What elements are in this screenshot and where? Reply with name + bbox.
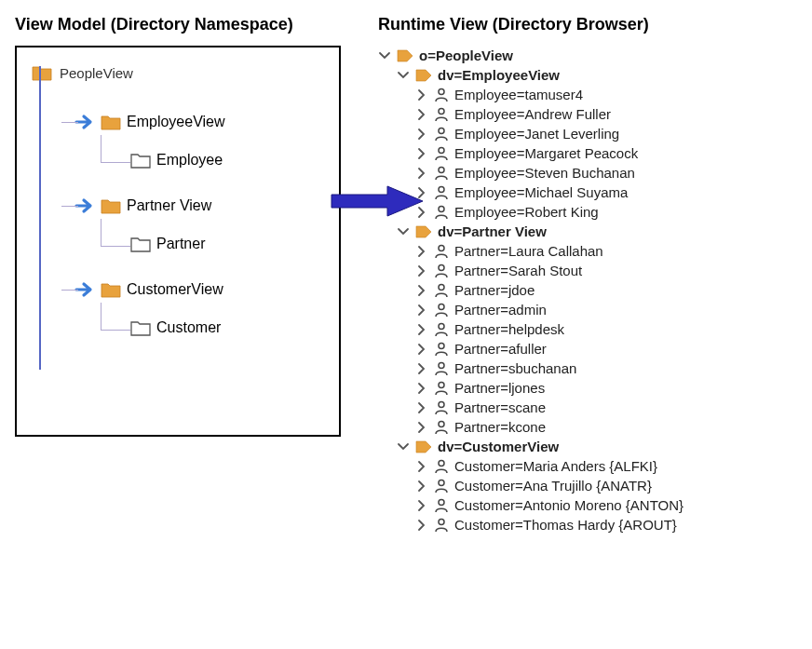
chevron-right-icon[interactable] (415, 519, 428, 532)
chevron-right-icon[interactable] (415, 362, 428, 375)
folder-outline-icon (130, 152, 151, 169)
model-subview: Partner ViewPartner (37, 169, 324, 252)
connector-elbow (101, 303, 130, 331)
person-icon (434, 264, 449, 278)
tree-leaf-node[interactable]: Employee=Margaret Peacock (378, 143, 797, 163)
model-subview-row: Partner View (73, 196, 324, 215)
tree-leaf-node[interactable]: Partner=Sarah Stout (378, 261, 797, 280)
chevron-right-icon[interactable] (415, 167, 428, 180)
model-root-label: PeopleView (60, 65, 133, 81)
model-leaf-label: Employee (156, 152, 223, 169)
chevron-right-icon[interactable] (415, 480, 428, 493)
tree-branch-label: dv=Partner View (438, 223, 547, 239)
tree-leaf-node[interactable]: Customer=Maria Anders {ALFKI} (378, 456, 797, 476)
tree-leaf-label: Partner=helpdesk (454, 321, 564, 337)
tree-leaf-label: Customer=Maria Anders {ALFKI} (454, 458, 657, 474)
chevron-right-icon[interactable] (415, 264, 428, 277)
chevron-right-icon[interactable] (415, 460, 428, 473)
tree-leaf-node[interactable]: Employee=Steven Buchanan (378, 163, 797, 183)
tree-leaf-node[interactable]: Partner=Laura Callahan (378, 241, 797, 261)
chevron-down-icon[interactable] (378, 49, 391, 62)
tree-leaf-node[interactable]: Employee=Andrew Fuller (378, 104, 797, 124)
person-icon (434, 244, 449, 259)
chevron-right-icon[interactable] (415, 382, 428, 395)
person-icon (434, 342, 449, 357)
model-subview-row: EmployeeView (73, 113, 324, 131)
tree-branch-node[interactable]: dv=CustomerView (378, 437, 797, 456)
person-icon (434, 107, 449, 122)
tree-leaf-node[interactable]: Employee=tamuser4 (378, 85, 797, 104)
tree-leaf-node[interactable]: Partner=ljones (378, 378, 797, 398)
person-icon (434, 166, 449, 181)
person-icon (434, 88, 449, 102)
tree-leaf-node[interactable]: Employee=Robert King (378, 202, 797, 222)
chevron-down-icon[interactable] (397, 440, 410, 453)
model-leaf-row: Employee (130, 152, 324, 169)
chevron-down-icon[interactable] (397, 225, 410, 238)
folder-outline-icon (130, 236, 151, 252)
chevron-right-icon[interactable] (415, 245, 428, 258)
person-icon (434, 459, 449, 474)
tree-leaf-label: Customer=Ana Trujillo {ANATR} (454, 478, 652, 494)
folder-icon (101, 114, 121, 130)
person-icon (434, 420, 449, 435)
tree-leaf-label: Partner=Laura Callahan (454, 243, 603, 259)
person-icon (434, 400, 449, 415)
tree-branch-label: dv=CustomerView (438, 439, 559, 454)
person-icon (434, 303, 449, 318)
chevron-right-icon[interactable] (415, 421, 428, 434)
left-title: View Model (Directory Namespace) (15, 15, 341, 34)
tree-leaf-node[interactable]: Partner=afuller (378, 339, 797, 358)
tree-leaf-node[interactable]: Employee=Janet Leverling (378, 124, 797, 143)
model-subview: EmployeeViewEmployee (37, 85, 324, 169)
chevron-right-icon[interactable] (415, 108, 428, 121)
folder-icon (32, 64, 52, 81)
model-leaf-row: Customer (130, 319, 324, 336)
tree-leaf-label: Employee=Steven Buchanan (454, 165, 635, 181)
tag-icon (397, 49, 413, 62)
person-icon (434, 185, 449, 200)
tree-leaf-node[interactable]: Partner=kcone (378, 417, 797, 437)
tree-leaf-label: Employee=Margaret Peacock (454, 145, 638, 161)
chevron-right-icon[interactable] (415, 343, 428, 356)
chevron-right-icon[interactable] (415, 284, 428, 297)
tree-leaf-node[interactable]: Customer=Thomas Hardy {AROUT} (378, 515, 797, 534)
tree-leaf-node[interactable]: Employee=Michael Suyama (378, 183, 797, 202)
chevron-right-icon[interactable] (415, 128, 428, 141)
tree-leaf-label: Employee=tamuser4 (454, 87, 583, 102)
person-icon (434, 361, 449, 376)
model-leaf-label: Partner (156, 236, 205, 252)
chevron-right-icon[interactable] (415, 323, 428, 336)
tree-branch-node[interactable]: dv=EmployeeView (378, 65, 797, 85)
tree-leaf-label: Partner=admin (454, 302, 547, 318)
tag-icon (415, 225, 432, 238)
tree-leaf-label: Partner=jdoe (454, 282, 535, 298)
person-icon (434, 146, 449, 161)
chevron-right-icon[interactable] (415, 304, 428, 317)
right-title: Runtime View (Directory Browser) (378, 15, 797, 34)
transform-arrow-icon (327, 183, 429, 220)
chevron-right-icon[interactable] (415, 401, 428, 414)
tree-root-node[interactable]: o=PeopleView (378, 46, 797, 65)
tree-leaf-label: Customer=Antonio Moreno {ANTON} (454, 497, 683, 513)
tree-leaf-node[interactable]: Customer=Ana Trujillo {ANATR} (378, 476, 797, 495)
chevron-right-icon[interactable] (415, 88, 428, 101)
tree-leaf-node[interactable]: Partner=jdoe (378, 280, 797, 300)
tree-leaf-node[interactable]: Partner=admin (378, 300, 797, 319)
tree-leaf-node[interactable]: Partner=helpdesk (378, 319, 797, 339)
person-icon (434, 498, 449, 513)
chevron-right-icon[interactable] (415, 147, 428, 160)
person-icon (434, 381, 449, 396)
tree-leaf-node[interactable]: Partner=sbuchanan (378, 358, 797, 378)
tree-leaf-node[interactable]: Customer=Antonio Moreno {ANTON} (378, 495, 797, 515)
folder-icon (101, 197, 121, 214)
chevron-right-icon[interactable] (415, 499, 428, 512)
connector-elbow (101, 219, 130, 247)
tree-branch-node[interactable]: dv=Partner View (378, 222, 797, 241)
tree-leaf-label: Partner=kcone (454, 419, 546, 435)
chevron-down-icon[interactable] (397, 69, 410, 82)
tree-leaf-label: Employee=Janet Leverling (454, 126, 619, 142)
tree-leaf-node[interactable]: Partner=scane (378, 398, 797, 417)
tree-leaf-label: Partner=ljones (454, 380, 545, 396)
tree-leaf-label: Employee=Andrew Fuller (454, 106, 611, 122)
